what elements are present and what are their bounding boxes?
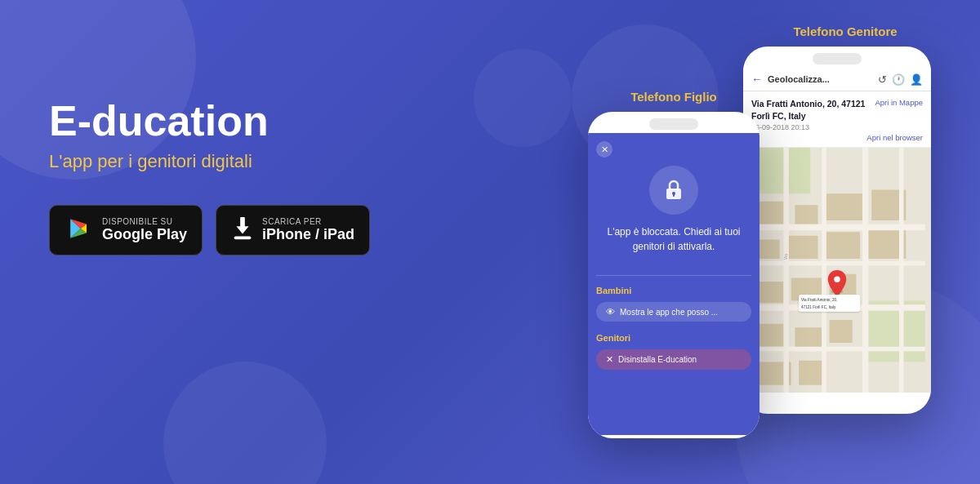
url-bar: Geolocalizza... (768, 74, 873, 84)
phones-container: Telefono Figlio ✕ (588, 24, 931, 438)
apple-store-button[interactable]: Scarica per iPhone / iPad (216, 205, 370, 255)
svg-rect-12 (795, 206, 817, 224)
timestamp: 26-09-2018 20:13 (751, 123, 923, 131)
svg-rect-13 (826, 194, 864, 221)
open-maps-link[interactable]: Apri in Mappe (875, 98, 923, 107)
svg-rect-27 (749, 224, 925, 231)
lock-icon-container (596, 166, 751, 215)
svg-rect-31 (783, 148, 789, 393)
app-title: E-ducation (49, 98, 392, 144)
open-browser-link[interactable]: Apri nel browser (751, 133, 923, 142)
section-genitori-label: Genitori (596, 333, 751, 343)
reload-icon[interactable]: ↺ (878, 73, 887, 86)
phone-genitore-frame: ← Geolocalizza... ↺ 🕐 👤 Apri in Mappe Vi… (743, 47, 931, 414)
svg-rect-32 (822, 148, 826, 393)
disinstalla-label: Disinstalla E-ducation (618, 355, 697, 364)
phone-figlio-frame: ✕ L'app è bloccata. Chiedi ai tuoi genit… (588, 112, 760, 438)
svg-rect-22 (757, 324, 788, 347)
mostra-app-label: Mostra le app che posso ... (620, 308, 718, 317)
genitore-screen: ← Geolocalizza... ↺ 🕐 👤 Apri in Mappe Vi… (743, 68, 931, 411)
close-icon: ✕ (601, 144, 608, 155)
apple-store-text: Scarica per iPhone / iPad (262, 217, 354, 244)
svg-rect-33 (862, 148, 869, 393)
svg-rect-17 (826, 233, 860, 260)
section-bambini-label: Bambini (596, 286, 751, 295)
store-buttons: DISPONIBILE SU Google Play Scarica per i… (49, 205, 392, 255)
svg-text:47121 Forlì FC, Italy: 47121 Forlì FC, Italy (801, 305, 836, 309)
app-subtitle: L'app per i genitori digitali (49, 151, 392, 172)
genitore-notch (813, 53, 862, 64)
google-play-text: DISPONIBILE SU Google Play (102, 217, 187, 244)
svg-rect-24 (830, 320, 853, 343)
svg-rect-26 (799, 361, 826, 385)
svg-text:Via Fratti Antonio, 20,: Via Fratti Antonio, 20, (801, 299, 838, 303)
phone-genitore-label: Telefono Genitore (760, 24, 931, 38)
back-arrow-icon[interactable]: ← (751, 73, 763, 86)
google-play-icon (65, 214, 94, 246)
history-icon[interactable]: 🕐 (892, 73, 905, 86)
map-svg: Via Via Fratti Antonio, 20, 47121 Forlì … (743, 148, 931, 393)
deco-circle-3 (474, 49, 572, 147)
svg-rect-28 (749, 261, 925, 266)
svg-rect-7 (673, 194, 675, 197)
figlio-divider (596, 275, 751, 276)
svg-rect-34 (899, 148, 904, 393)
lock-circle (649, 166, 698, 215)
x-icon: ✕ (606, 354, 613, 365)
blocked-text: L'app è bloccata. Chiedi ai tuoi genitor… (596, 224, 751, 254)
eye-icon: 👁 (606, 307, 615, 317)
apple-icon (231, 215, 254, 245)
google-play-button[interactable]: DISPONIBILE SU Google Play (49, 205, 203, 255)
svg-rect-30 (749, 347, 925, 352)
phone-figlio-label: Telefono Figlio (588, 90, 760, 104)
svg-point-37 (834, 277, 840, 283)
phone-genitore-wrapper: Telefono Genitore ← Geolocalizza... ↺ 🕐 … (743, 24, 931, 414)
phone-figlio-wrapper: Telefono Figlio ✕ (588, 90, 760, 438)
figlio-notch (649, 118, 698, 130)
svg-text:Via: Via (784, 254, 788, 260)
user-icon[interactable]: 👤 (910, 73, 923, 86)
lock-icon (661, 177, 687, 203)
deco-circle-4 (163, 362, 327, 484)
svg-rect-19 (757, 282, 784, 303)
svg-rect-16 (787, 236, 818, 259)
mostra-app-button[interactable]: 👁 Mostra le app che posso ... (596, 302, 751, 322)
disinstalla-button[interactable]: ✕ Disinstalla E-ducation (596, 349, 751, 370)
address-block: Apri in Mappe Via Fratti Antonio, 20, 47… (743, 91, 931, 148)
svg-rect-23 (795, 328, 822, 349)
svg-rect-4 (234, 237, 252, 240)
left-content: E-ducation L'app per i genitori digitali… (49, 98, 392, 255)
svg-rect-11 (757, 202, 788, 224)
browser-icons: ↺ 🕐 👤 (878, 73, 923, 86)
figlio-close-button[interactable]: ✕ (596, 141, 612, 158)
browser-bar: ← Geolocalizza... ↺ 🕐 👤 (743, 68, 931, 91)
svg-marker-3 (237, 226, 249, 233)
figlio-content: ✕ L'app è bloccata. Chiedi ai tuoi genit… (588, 133, 760, 435)
map-area: Via Via Fratti Antonio, 20, 47121 Forlì … (743, 148, 931, 393)
